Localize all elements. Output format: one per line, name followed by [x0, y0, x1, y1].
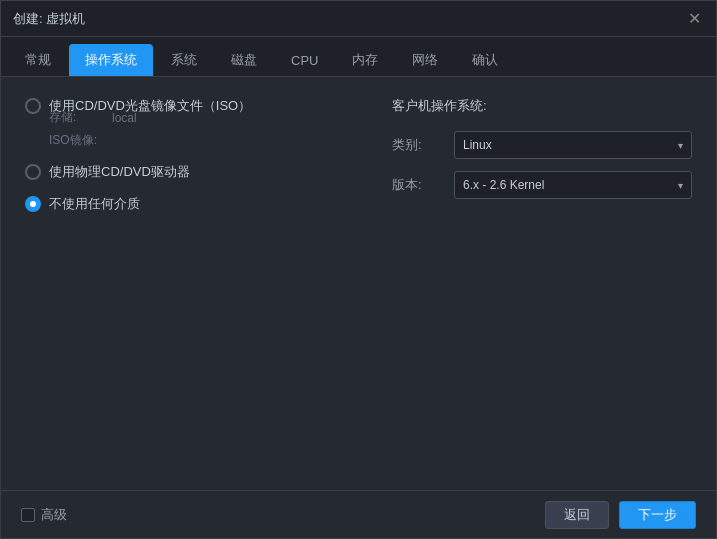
- category-select[interactable]: Linux ▾: [454, 131, 692, 159]
- guest-os-title: 客户机操作系统:: [392, 97, 692, 115]
- tab-cpu[interactable]: CPU: [275, 44, 334, 76]
- radio-none-circle: [25, 196, 41, 212]
- version-arrow-icon: ▾: [678, 180, 683, 191]
- tab-general[interactable]: 常规: [9, 44, 67, 76]
- radio-physical-circle: [25, 164, 41, 180]
- media-radio-group: 使用CD/DVD光盘镜像文件（ISO） 存储: local ISO镜像:: [25, 97, 352, 213]
- version-row: 版本: 6.x - 2.6 Kernel ▾: [392, 171, 692, 199]
- back-button[interactable]: 返回: [545, 501, 609, 529]
- radio-none[interactable]: 不使用任何介质: [25, 195, 352, 213]
- footer: 高级 返回 下一步: [1, 490, 716, 538]
- next-button[interactable]: 下一步: [619, 501, 696, 529]
- version-value: 6.x - 2.6 Kernel: [463, 178, 544, 192]
- storage-label: 存储:: [49, 109, 104, 126]
- left-panel: 使用CD/DVD光盘镜像文件（ISO） 存储: local ISO镜像:: [25, 97, 352, 470]
- right-panel: 客户机操作系统: 类别: Linux ▾ 版本: 6.x - 2.6 Kerne…: [392, 97, 692, 470]
- main-window: 创建: 虚拟机 ✕ 常规 操作系统 系统 磁盘 CPU 内存 网络 确认: [0, 0, 717, 539]
- tab-memory[interactable]: 内存: [336, 44, 394, 76]
- storage-field: 存储: local: [49, 109, 352, 126]
- tab-os[interactable]: 操作系统: [69, 44, 153, 76]
- advanced-checkbox[interactable]: [21, 508, 35, 522]
- iso-image-label: ISO镜像:: [49, 132, 104, 149]
- close-button[interactable]: ✕: [684, 9, 704, 29]
- category-arrow-icon: ▾: [678, 140, 683, 151]
- iso-sub-fields: 存储: local ISO镜像:: [49, 109, 352, 149]
- tab-system[interactable]: 系统: [155, 44, 213, 76]
- category-label: 类别:: [392, 136, 442, 154]
- title-bar: 创建: 虚拟机 ✕: [1, 1, 716, 37]
- category-value: Linux: [463, 138, 492, 152]
- radio-iso-container: 使用CD/DVD光盘镜像文件（ISO） 存储: local ISO镜像:: [25, 97, 352, 149]
- iso-image-field: ISO镜像:: [49, 132, 352, 149]
- content-area: 使用CD/DVD光盘镜像文件（ISO） 存储: local ISO镜像:: [1, 77, 716, 490]
- radio-physical[interactable]: 使用物理CD/DVD驱动器: [25, 163, 352, 181]
- tab-disk[interactable]: 磁盘: [215, 44, 273, 76]
- radio-iso-circle: [25, 98, 41, 114]
- tab-bar: 常规 操作系统 系统 磁盘 CPU 内存 网络 确认: [1, 37, 716, 77]
- advanced-label: 高级: [41, 506, 67, 524]
- window-title: 创建: 虚拟机: [13, 10, 85, 28]
- version-select[interactable]: 6.x - 2.6 Kernel ▾: [454, 171, 692, 199]
- advanced-checkbox-label[interactable]: 高级: [21, 506, 67, 524]
- radio-physical-label: 使用物理CD/DVD驱动器: [49, 163, 190, 181]
- storage-value: local: [112, 111, 137, 125]
- tab-confirm[interactable]: 确认: [456, 44, 514, 76]
- radio-none-label: 不使用任何介质: [49, 195, 140, 213]
- category-row: 类别: Linux ▾: [392, 131, 692, 159]
- version-label: 版本:: [392, 176, 442, 194]
- tab-network[interactable]: 网络: [396, 44, 454, 76]
- footer-left: 高级: [21, 506, 535, 524]
